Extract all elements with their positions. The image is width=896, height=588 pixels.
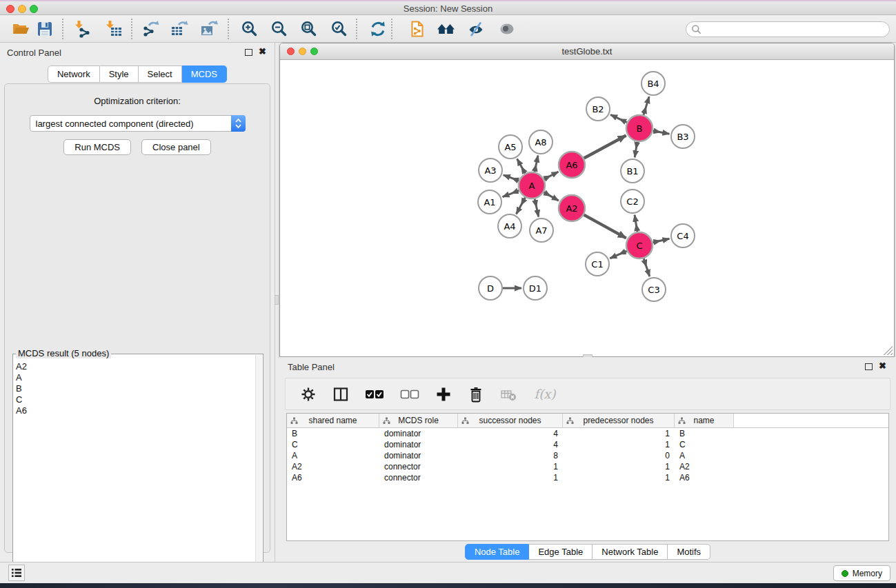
run-mcds-button[interactable]: Run MCDS [63, 139, 131, 155]
function-builder-button[interactable]: f(x) [530, 384, 559, 405]
add-column-button[interactable] [433, 384, 454, 405]
column-header-predecessor-nodes[interactable]: predecessor nodes [563, 414, 675, 427]
search-field[interactable] [686, 21, 890, 37]
pane-divider-handle[interactable] [275, 295, 279, 305]
table-row[interactable]: Bdominator41B [287, 428, 888, 439]
table-cell[interactable]: C [675, 440, 734, 449]
graph-edge-B-B4[interactable] [644, 97, 649, 115]
result-item-a6[interactable]: A6 [14, 405, 255, 416]
table-cell[interactable]: dominator [379, 429, 458, 438]
table-cell[interactable]: dominator [379, 451, 458, 460]
table-cell[interactable]: dominator [379, 440, 458, 449]
close-panel-button2[interactable]: Close panel [141, 139, 211, 155]
export-table-button[interactable] [167, 17, 192, 41]
table-row[interactable]: Cdominator41C [287, 439, 888, 450]
result-item-b[interactable]: B [14, 383, 255, 394]
graph-edge-C-C1[interactable] [610, 251, 626, 258]
graph-edge-A-A3[interactable] [504, 175, 519, 181]
home-button[interactable] [434, 17, 459, 41]
column-header-successor-nodes[interactable]: successor nodes [458, 414, 563, 427]
graph-node-C4[interactable]: C4 [671, 224, 695, 247]
close-table-panel-button[interactable]: ✖ [879, 361, 886, 371]
graph-node-B[interactable]: B [626, 115, 653, 141]
graph-node-A7[interactable]: A7 [530, 219, 553, 242]
table-cell[interactable]: 0 [563, 451, 675, 460]
table-cell[interactable]: connector [379, 462, 458, 472]
graph-edge-B-B2[interactable] [610, 114, 627, 122]
table-cell[interactable]: A6 [287, 473, 379, 483]
graph-node-A[interactable]: A [519, 172, 545, 199]
mcds-result-list[interactable]: A2ABCA6 [14, 361, 255, 588]
graph-edge-C-C2[interactable] [635, 215, 637, 232]
tab-style[interactable]: Style [100, 65, 139, 83]
zoom-selected-button[interactable] [327, 17, 352, 41]
float-panel-button[interactable] [245, 49, 252, 56]
graph-node-C[interactable]: C [626, 232, 653, 258]
resize-grip[interactable] [884, 346, 893, 355]
result-item-a2[interactable]: A2 [14, 361, 255, 372]
export-image-button[interactable] [197, 17, 221, 41]
graph-edge-A-A6[interactable] [544, 172, 559, 179]
graph-node-D[interactable]: D [479, 276, 502, 300]
tab-mcds[interactable]: MCDS [182, 65, 227, 83]
graph-edge-B-B1[interactable] [635, 142, 637, 158]
graph-edge-A-A7[interactable] [535, 199, 539, 217]
graph-node-C2[interactable]: C2 [621, 190, 644, 213]
graph-edge-A-A5[interactable] [517, 159, 526, 173]
zoom-in-button[interactable] [237, 17, 262, 41]
close-panel-button[interactable]: ✖ [259, 46, 266, 57]
save-session-button[interactable] [32, 17, 57, 41]
graph-edge-C-C3[interactable] [644, 258, 650, 276]
table-cell[interactable]: B [287, 429, 379, 438]
graph-node-B2[interactable]: B2 [586, 97, 610, 121]
column-header-shared-name[interactable]: shared name [287, 414, 379, 427]
graph-edge-B-B3[interactable] [653, 131, 670, 134]
search-input[interactable] [701, 23, 889, 36]
open-session-button[interactable] [8, 17, 33, 41]
tab-network-table[interactable]: Network Table [593, 544, 668, 560]
graph-edge-C-C4[interactable] [653, 239, 670, 242]
criterion-dropdown[interactable]: largest connected component (directed) [30, 115, 246, 132]
refresh-layout-button[interactable] [366, 17, 390, 41]
table-cell[interactable]: 8 [458, 451, 563, 460]
table-cell[interactable]: 1 [458, 473, 563, 483]
table-cell[interactable]: A [287, 451, 379, 460]
table-cell[interactable]: 1 [563, 462, 675, 472]
column-header-mcds-role[interactable]: MCDS role [379, 414, 458, 427]
graph-node-C1[interactable]: C1 [586, 252, 609, 276]
table-cell[interactable]: B [675, 429, 734, 438]
delete-table-button[interactable] [498, 384, 519, 405]
result-item-c[interactable]: C [14, 394, 255, 405]
graph-node-D1[interactable]: D1 [524, 276, 547, 300]
graph-node-A8[interactable]: A8 [529, 130, 552, 154]
table-row[interactable]: Adominator80A [287, 450, 888, 461]
graph-node-B4[interactable]: B4 [641, 72, 665, 95]
split-columns-button[interactable] [330, 384, 351, 405]
show-panels-button[interactable] [495, 17, 519, 41]
table-cell[interactable]: 1 [458, 462, 563, 472]
table-cell[interactable]: A2 [287, 462, 379, 472]
graph-edge-A-A2[interactable] [544, 192, 558, 201]
table-cell[interactable]: 1 [563, 440, 675, 449]
table-cell[interactable]: A6 [675, 473, 734, 483]
tab-motifs[interactable]: Motifs [668, 544, 710, 560]
hide-panels-button[interactable] [464, 17, 488, 41]
graph-edge-A-A1[interactable] [503, 190, 519, 196]
memory-button[interactable]: Memory [833, 565, 890, 581]
graph-node-A5[interactable]: A5 [499, 135, 522, 159]
graph-node-A6[interactable]: A6 [559, 152, 585, 178]
column-header-name[interactable]: name [675, 414, 734, 427]
graph-node-A4[interactable]: A4 [498, 214, 521, 238]
export-network-button[interactable] [138, 17, 163, 41]
table-cell[interactable]: connector [379, 473, 458, 483]
network-window-titlebar[interactable]: testGlobe.txt [280, 43, 894, 60]
deselect-all-columns-button[interactable] [398, 384, 421, 405]
table-cell[interactable]: 4 [458, 440, 563, 449]
tab-edge-table[interactable]: Edge Table [529, 544, 593, 560]
table-cell[interactable]: A [675, 451, 734, 460]
network-canvas[interactable]: B4 B2 B B3 A5 A8 A6 B1 A3 A A1 C2 A4 [280, 61, 894, 356]
clone-network-button[interactable] [405, 17, 430, 41]
graph-edge-A-A4[interactable] [517, 198, 526, 214]
table-cell[interactable]: A2 [675, 462, 734, 472]
select-all-columns-button[interactable] [363, 384, 386, 405]
